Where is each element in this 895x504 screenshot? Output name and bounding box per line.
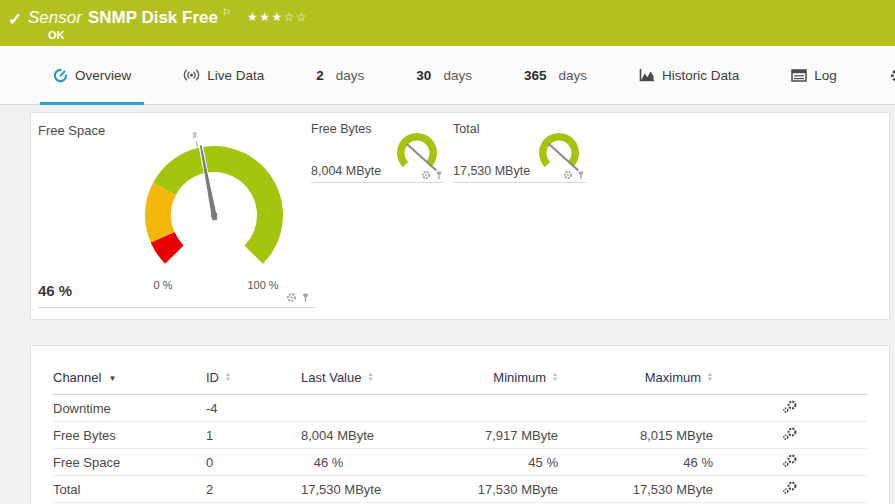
tab-label: days (336, 68, 365, 83)
tab-bar: Overview Live Data 2days 30days 365days (0, 46, 895, 105)
column-header-last-value[interactable]: Last Value▲▼ (301, 370, 356, 395)
cell-channel: Free Space (53, 449, 206, 476)
column-label: ID (206, 370, 219, 385)
channel-settings-icon[interactable] (782, 454, 798, 468)
cell-maximum: 17,530 MByte (558, 476, 713, 503)
sort-desc-icon: ▼ (108, 374, 116, 383)
priority-stars[interactable]: ★★★☆☆ (247, 10, 308, 24)
gear-icon (889, 68, 895, 83)
flag-icon[interactable]: ⚐ (222, 7, 231, 18)
cell-id: 1 (206, 422, 301, 449)
channels-table-body: Downtime -4 Free Bytes 1 8,004 MByte 7,9… (53, 395, 867, 503)
cell-minimum (356, 395, 558, 422)
tab-label-number: 30 (416, 68, 431, 83)
column-label: Minimum (493, 370, 546, 385)
cell-maximum (558, 395, 713, 422)
cell-id: -4 (206, 395, 301, 422)
pin-icon[interactable] (576, 170, 586, 180)
historic-chart-icon (639, 68, 655, 82)
cell-minimum: 7,917 MByte (356, 422, 558, 449)
tab-label-number: 2 (316, 68, 324, 83)
gauge-current-value: 46 % (38, 282, 72, 299)
cell-last-value (301, 395, 356, 422)
tab-label: Historic Data (662, 68, 739, 83)
cell-maximum: 46 % (558, 449, 713, 476)
gear-icon[interactable] (286, 292, 297, 303)
gauges-panel: Free Space x̄ 46 % 0 % 100 % Free Bytes … (30, 112, 890, 320)
tab-historic-data[interactable]: Historic Data (626, 46, 752, 104)
status-badge: OK (48, 29, 65, 41)
cell-channel: Total (53, 476, 206, 503)
gauge-current-value: 17,530 MByte (453, 164, 530, 178)
free-space-gauge: x̄ (38, 132, 315, 282)
channel-settings-icon[interactable] (782, 400, 798, 414)
tab-30-days[interactable]: 30days (403, 46, 485, 104)
cell-minimum: 17,530 MByte (356, 476, 558, 503)
table-row[interactable]: Free Space 0 46 % 45 % 46 % (53, 449, 867, 476)
page-title: SensorSNMP Disk Free⚐★★★☆☆ (28, 7, 308, 28)
cell-actions (713, 449, 867, 476)
gauge-current-value: 8,004 MByte (311, 164, 381, 178)
column-label: Last Value (301, 370, 361, 385)
cell-actions (713, 476, 867, 503)
gear-icon[interactable] (563, 170, 573, 180)
tab-overview[interactable]: Overview (40, 46, 144, 104)
cell-actions (713, 395, 867, 422)
svg-text:x̄: x̄ (193, 132, 198, 140)
column-header-minimum[interactable]: Minimum▲▼ (356, 370, 558, 395)
channels-panel: Channel▼ ID▲▼ Last Value▲▼ Minimum▲▼ Max… (30, 345, 890, 504)
live-data-icon (183, 68, 200, 82)
tab-label: days (443, 68, 472, 83)
gauge-widget-controls (563, 170, 586, 180)
pin-icon[interactable] (300, 292, 311, 303)
gauge-max-label: 100 % (241, 279, 285, 291)
tab-label: Overview (75, 68, 131, 83)
cell-last-value: 46 % (301, 449, 356, 476)
sensor-header: ✓ SensorSNMP Disk Free⚐★★★☆☆ OK (0, 0, 895, 46)
tab-365-days[interactable]: 365days (511, 46, 600, 104)
column-header-actions (713, 370, 867, 395)
cell-channel: Free Bytes (53, 422, 206, 449)
free-space-gauge-widget: Free Space x̄ 46 % 0 % 100 % (38, 120, 315, 308)
log-icon (791, 69, 807, 82)
cell-last-value: 17,530 MByte (301, 476, 356, 503)
tab-label-number: 365 (524, 68, 547, 83)
tab-settings[interactable]: Settings (876, 46, 895, 104)
table-row[interactable]: Downtime -4 (53, 395, 867, 422)
cell-id: 2 (206, 476, 301, 503)
cell-actions (713, 422, 867, 449)
column-header-id[interactable]: ID▲▼ (206, 370, 301, 395)
pin-icon[interactable] (434, 170, 444, 180)
tab-live-data[interactable]: Live Data (170, 46, 277, 104)
tab-log[interactable]: Log (778, 46, 850, 104)
gauge-min-label: 0 % (143, 279, 183, 291)
cell-minimum: 45 % (356, 449, 558, 476)
free-bytes-gauge-widget: Free Bytes 8,004 MByte (311, 120, 444, 183)
prtg-sensor-page: ✓ SensorSNMP Disk Free⚐★★★☆☆ OK Overview… (0, 0, 895, 504)
gauge-widget-controls (286, 292, 311, 303)
channel-settings-icon[interactable] (782, 427, 798, 441)
channel-settings-icon[interactable] (782, 481, 798, 495)
sort-icon: ▲▼ (367, 372, 373, 382)
column-header-maximum[interactable]: Maximum▲▼ (558, 370, 713, 395)
sensor-name: SNMP Disk Free (88, 8, 218, 27)
gauge-widget-controls (421, 170, 444, 180)
tab-2-days[interactable]: 2days (303, 46, 377, 104)
table-header-row: Channel▼ ID▲▼ Last Value▲▼ Minimum▲▼ Max… (53, 370, 867, 395)
table-row[interactable]: Total 2 17,530 MByte 17,530 MByte 17,530… (53, 476, 867, 503)
cell-maximum: 8,015 MByte (558, 422, 713, 449)
sort-icon: ▲▼ (225, 372, 231, 382)
status-check-icon: ✓ (8, 9, 22, 30)
tab-label: days (558, 68, 587, 83)
column-header-channel[interactable]: Channel▼ (53, 370, 206, 395)
tab-label: Live Data (207, 68, 264, 83)
total-gauge-widget: Total 17,530 MByte (453, 120, 586, 183)
gauge-icon (53, 68, 68, 83)
cell-last-value: 8,004 MByte (301, 422, 356, 449)
table-row[interactable]: Free Bytes 1 8,004 MByte 7,917 MByte 8,0… (53, 422, 867, 449)
sensor-kind-label: Sensor (28, 8, 82, 27)
gear-icon[interactable] (421, 170, 431, 180)
column-label: Maximum (645, 370, 701, 385)
tab-label: Log (814, 68, 837, 83)
channels-table: Channel▼ ID▲▼ Last Value▲▼ Minimum▲▼ Max… (53, 370, 867, 503)
